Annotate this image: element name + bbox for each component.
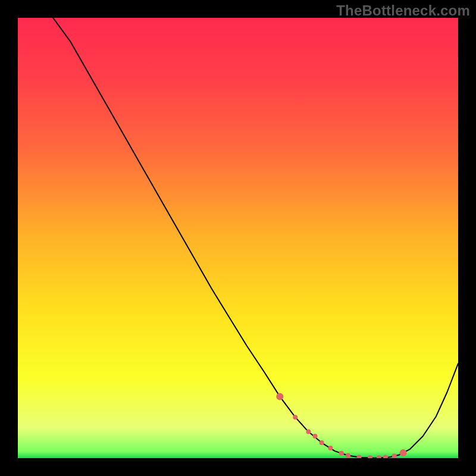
marker-dot (400, 449, 407, 456)
plot-area (18, 18, 458, 458)
marker-dot (339, 451, 344, 456)
marker-dot (328, 446, 333, 450)
marker-dot (276, 393, 283, 400)
plot-svg (18, 18, 458, 458)
marker-dot (392, 453, 397, 458)
marker-dot (313, 434, 318, 439)
marker-dot (320, 440, 324, 445)
chart-frame: TheBottleneck.com (0, 0, 476, 476)
gradient-background (18, 18, 458, 458)
marker-dot (346, 453, 350, 458)
watermark-text: TheBottleneck.com (336, 2, 470, 19)
marker-dot (306, 430, 311, 434)
marker-dot (293, 415, 298, 419)
